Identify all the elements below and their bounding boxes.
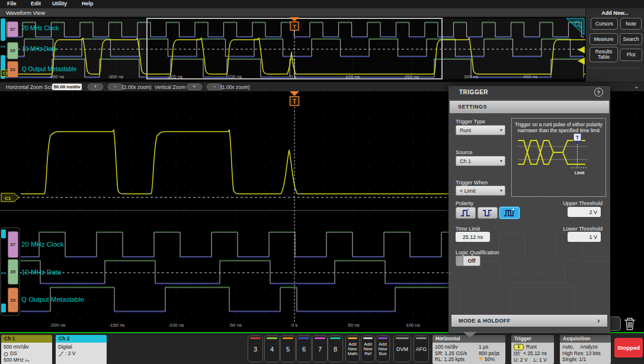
- channel-button-label: 6: [302, 346, 306, 353]
- source-dropdown[interactable]: Ch 1▾: [456, 156, 505, 166]
- digital-group-handle[interactable]: [1, 229, 6, 238]
- time-label: 200 ns: [405, 74, 419, 79]
- trigger-lower: L: 1 V: [534, 357, 547, 363]
- polarity-negative-button[interactable]: [478, 207, 498, 219]
- trigger-panel-header: TRIGGER ?: [448, 86, 610, 99]
- trigger-panel-title: TRIGGER: [459, 89, 488, 95]
- logic-qualification-toggle[interactable]: Off: [456, 256, 480, 266]
- h-zoom-factor: (2.00x zoom): [122, 84, 152, 90]
- probe-comp-icon: [25, 358, 30, 363]
- add-new-search-button[interactable]: Search: [620, 33, 642, 45]
- channel-color-strip: [267, 337, 277, 339]
- trigger-badge[interactable]: Trigger 1Runt < 25.12 ns U: 2 VL: 1 V: [511, 335, 554, 364]
- settings-section-header[interactable]: SETTINGS: [450, 101, 609, 113]
- time-limit-field[interactable]: 25.12 ns: [456, 232, 490, 242]
- trigger-condition: < 25.12 ns: [523, 350, 547, 357]
- channel-color-strip: [315, 337, 325, 339]
- horizontal-title: Horizontal: [435, 336, 460, 341]
- afg-button[interactable]: AFG: [414, 336, 429, 362]
- dvm-button[interactable]: DVM: [393, 336, 411, 362]
- acquisition-badge[interactable]: Acquisition Auto,Analyze High Res: 13 bi…: [560, 335, 611, 364]
- channel-button-6[interactable]: 6: [296, 336, 312, 362]
- h-zoom-minus-button[interactable]: −: [108, 84, 123, 90]
- menu-help[interactable]: Help: [82, 1, 94, 7]
- trigger-type-dropdown[interactable]: Runt▾: [456, 125, 505, 135]
- add-new-ref-button[interactable]: AddNewRef: [361, 336, 375, 362]
- channel-badge-ch2[interactable]: Ch 2 Digital : 2 V: [56, 335, 107, 364]
- waveform-overview[interactable]: T<>C1D720 MHz ClockD510 MHz DataD3Q Outp…: [0, 17, 585, 82]
- trigger-source-chip: 1: [514, 344, 524, 350]
- ch1-bandwidth: 500 MHz: [4, 357, 24, 363]
- overview-waveforms-svg: T<>C1: [0, 17, 585, 82]
- add-new-math-button[interactable]: AddNewMath: [345, 336, 360, 362]
- lower-threshold-field[interactable]: 1 V: [568, 232, 601, 242]
- overview-badge-d3[interactable]: D3: [7, 61, 18, 78]
- polarity-positive-button[interactable]: [456, 207, 476, 219]
- channel-button-4[interactable]: 4: [264, 336, 280, 362]
- toggle-knob: [456, 256, 463, 266]
- h-zoom-plus-button[interactable]: +: [88, 84, 103, 90]
- time-limit-value: 25.12 ns: [463, 234, 483, 240]
- waveform-view-tab[interactable]: Waveform View: [0, 8, 585, 17]
- channel-button-7[interactable]: 7: [312, 336, 328, 362]
- ch1-name: Ch 1: [4, 336, 15, 341]
- trigger-when-value: < Limit: [460, 188, 476, 194]
- stopped-run-stop-button[interactable]: Stopped: [614, 338, 643, 357]
- main-badge-d5[interactable]: D5: [8, 259, 18, 285]
- ch2-position-handle[interactable]: <>: [1, 44, 5, 49]
- main-channel-label: Q Output Metastable: [21, 296, 84, 303]
- trigger-upper: U: 2 V: [514, 357, 528, 363]
- plus-icon: +: [94, 84, 97, 90]
- settings-label: SETTINGS: [458, 104, 487, 110]
- trigger-panel-tail: [463, 332, 477, 337]
- add-new-cursors-button[interactable]: Cursors: [591, 18, 618, 30]
- time-label: -300 ns: [108, 74, 124, 79]
- trigger-type: Runt: [526, 344, 537, 350]
- horizontal-zoom-scale-value[interactable]: 50.00 ns/div: [52, 84, 82, 90]
- trigger-when-dropdown[interactable]: < Limit▾: [456, 186, 505, 196]
- plus-icon: +: [193, 84, 196, 90]
- horizontal-badge[interactable]: Horizontal 100 ns/div1 µs SR: 1.25 GS/s8…: [432, 335, 505, 364]
- button-color-strip: [396, 337, 409, 339]
- horizontal-scale: 100 ns/div: [435, 344, 479, 350]
- menu-edit[interactable]: Edit: [31, 1, 41, 7]
- chevron-down-icon[interactable]: ⌄: [634, 82, 639, 90]
- channel-badge-ch1[interactable]: Ch 1 500 mV/div DS 500 MHz: [1, 335, 52, 364]
- ch2-threshold: : 2 V: [65, 350, 75, 357]
- runt-icon: [514, 351, 521, 356]
- main-badge-d3[interactable]: D3: [8, 288, 18, 312]
- add-new-bus-button[interactable]: AddNewBus: [376, 336, 390, 362]
- add-new-plot-button[interactable]: Plot: [620, 49, 642, 61]
- digital-group-handle[interactable]: [1, 304, 6, 312]
- menu-file[interactable]: File: [7, 1, 17, 7]
- time-label: -150 ns: [109, 323, 125, 328]
- menu-utility[interactable]: Utility: [52, 1, 67, 7]
- ch2-mode: Digital: [58, 344, 72, 350]
- add-new-results-table-button[interactable]: Results Table: [589, 47, 618, 62]
- time-label: 0 s: [290, 74, 297, 79]
- stopped-label: Stopped: [617, 344, 640, 351]
- v-zoom-plus-button[interactable]: +: [187, 84, 202, 90]
- polarity-either-button[interactable]: [499, 207, 520, 219]
- channel-button-8[interactable]: 8: [328, 336, 343, 362]
- upper-threshold-field[interactable]: 2 V: [568, 207, 601, 217]
- overview-badge-d7[interactable]: D7: [7, 21, 18, 37]
- add-new-note-button[interactable]: Note: [620, 18, 642, 30]
- trash-icon[interactable]: [624, 318, 635, 330]
- overview-channel-label: Q Output Metastable: [22, 66, 76, 72]
- help-icon[interactable]: ?: [594, 88, 603, 97]
- mode-holdoff-section[interactable]: MODE & HOLDOFF ›: [451, 315, 607, 327]
- channel-button-5[interactable]: 5: [280, 336, 296, 362]
- main-badge-d7[interactable]: D7: [8, 231, 18, 258]
- time-label: -400 ns: [49, 74, 65, 79]
- add-button-word: Math: [348, 352, 358, 356]
- diagram-limit-label: Limit: [575, 171, 585, 175]
- overview-badge-d5[interactable]: D5: [7, 42, 18, 59]
- channel-button-3[interactable]: 3: [248, 336, 263, 362]
- ch2-position-handle[interactable]: <>: [1, 271, 6, 275]
- time-label: -200 ns: [167, 74, 183, 79]
- afg-label: AFG: [416, 346, 427, 352]
- add-new-measure-button[interactable]: Measure: [589, 33, 618, 45]
- channel-color-strip: [283, 337, 293, 339]
- overview-left-handle[interactable]: [1, 18, 5, 41]
